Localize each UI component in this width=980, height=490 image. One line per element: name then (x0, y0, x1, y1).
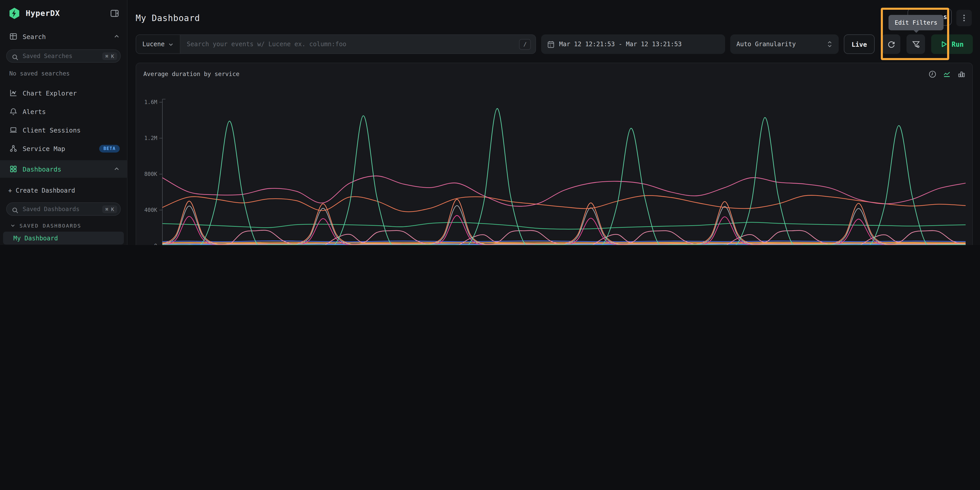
calendar-icon: 1 (547, 40, 555, 48)
shortcut-badge: ⌘ K (102, 52, 117, 60)
panel-header: Average duration by service (143, 63, 965, 82)
time-range-picker[interactable]: 1 Mar 12 12:21:53 - Mar 12 13:21:53 (541, 35, 725, 54)
dashboard-menu-button[interactable] (956, 10, 972, 26)
table-icon (9, 32, 18, 41)
saved-dashboards-input[interactable] (22, 205, 99, 213)
sidebar-item-chart-explorer[interactable]: Chart Explorer (0, 85, 127, 101)
event-search-bar: Lucene / (136, 35, 536, 54)
sidebar-item-label: Alerts (22, 108, 120, 115)
beta-badge: BETA (99, 144, 120, 152)
laptop-icon (9, 126, 18, 134)
search-icon (12, 206, 19, 212)
play-icon (940, 41, 948, 48)
chevron-up-icon (114, 33, 120, 40)
shortcut-badge: ⌘ K (102, 205, 117, 213)
logo-row: HyperDX (0, 0, 127, 24)
sidebar: HyperDX Search ⌘ K No saved searches (0, 0, 127, 245)
granularity-value: Auto Granularity (737, 41, 796, 48)
kebab-icon (961, 14, 968, 22)
page-title: My Dashboard (136, 12, 980, 25)
query-language-label: Lucene (142, 41, 165, 48)
granularity-select[interactable]: Auto Granularity (730, 35, 839, 54)
section-label: SAVED DASHBOARDS (19, 223, 81, 228)
edit-filters-tooltip: Edit Filters (889, 15, 943, 30)
saved-dashboards-search[interactable]: ⌘ K (6, 202, 121, 216)
network-icon (9, 144, 18, 152)
svg-text:0: 0 (154, 243, 157, 245)
panel-average-duration: Average duration by service 1.6M1.2M800K… (136, 63, 973, 245)
sidebar-item-dashboards[interactable]: Dashboards (0, 160, 127, 178)
saved-searches-search[interactable]: ⌘ K (6, 49, 121, 63)
hyperdx-logo-icon (8, 7, 21, 19)
chevron-up-icon (114, 166, 120, 172)
chevron-down-icon (168, 41, 174, 47)
filter-row: Lucene / 1 Mar 12 12:21:53 - Mar 12 13:2… (136, 35, 973, 54)
app-title: HyperDX (26, 9, 110, 18)
refresh-button[interactable] (882, 35, 900, 54)
main-content: My Dashboard Lucene / 1 Mar 12 12:21:53 … (127, 0, 980, 245)
bar-chart-icon[interactable] (958, 70, 965, 78)
line-chart-icon[interactable] (943, 70, 951, 78)
sidebar-item-label: Chart Explorer (22, 89, 120, 97)
filter-edit-icon (912, 40, 920, 49)
search-icon (12, 52, 19, 59)
time-range-value: Mar 12 12:21:53 - Mar 12 13:21:53 (559, 41, 682, 48)
panel-title: Average duration by service (143, 70, 929, 78)
sidebar-item-label: Dashboards (22, 165, 108, 173)
svg-text:400K: 400K (144, 207, 157, 213)
panel-icons (929, 70, 965, 78)
clock-icon[interactable] (929, 70, 936, 78)
svg-text:1: 1 (549, 44, 551, 47)
sidebar-item-client-sessions[interactable]: Client Sessions (0, 122, 127, 138)
live-button[interactable]: Live (844, 35, 875, 54)
slash-shortcut-badge: / (519, 39, 531, 49)
duration-chart[interactable]: 1.6M1.2M800K400K0Mar 12 12:21:00 PM12:29… (143, 82, 967, 245)
header-actions: Run (882, 35, 973, 54)
sidebar-collapse-icon[interactable] (110, 8, 120, 19)
edit-filters-button[interactable] (907, 35, 925, 54)
svg-text:1.6M: 1.6M (144, 99, 157, 105)
sidebar-item-service-map[interactable]: Service Map BETA (0, 141, 127, 156)
app: HyperDX Search ⌘ K No saved searches (0, 0, 980, 245)
sidebar-item-label: Service Map (22, 144, 94, 152)
selector-chevrons-icon (827, 41, 832, 48)
saved-dashboard-my-dashboard[interactable]: My Dashboard (3, 232, 124, 244)
grid-icon (9, 165, 18, 173)
no-saved-searches-note: No saved searches (0, 63, 127, 79)
create-dashboard-button[interactable]: + Create Dashboard (0, 184, 127, 197)
run-label: Run (952, 40, 964, 48)
sidebar-item-alerts[interactable]: Alerts (0, 104, 127, 119)
sidebar-item-search[interactable]: Search (0, 29, 127, 44)
chart-explorer-icon (9, 89, 18, 97)
query-language-select[interactable]: Lucene (136, 35, 181, 54)
saved-searches-input[interactable] (22, 52, 99, 60)
svg-text:800K: 800K (144, 171, 157, 177)
refresh-icon (887, 40, 896, 49)
chevron-down-icon (10, 223, 16, 228)
saved-dashboards-section[interactable]: SAVED DASHBOARDS (0, 220, 127, 231)
sidebar-item-label: Search (22, 33, 108, 40)
event-search-input[interactable] (181, 41, 519, 48)
svg-text:1.2M: 1.2M (144, 135, 157, 141)
bell-icon (9, 107, 18, 116)
sidebar-item-label: Client Sessions (22, 126, 120, 134)
run-button[interactable]: Run (931, 35, 973, 54)
